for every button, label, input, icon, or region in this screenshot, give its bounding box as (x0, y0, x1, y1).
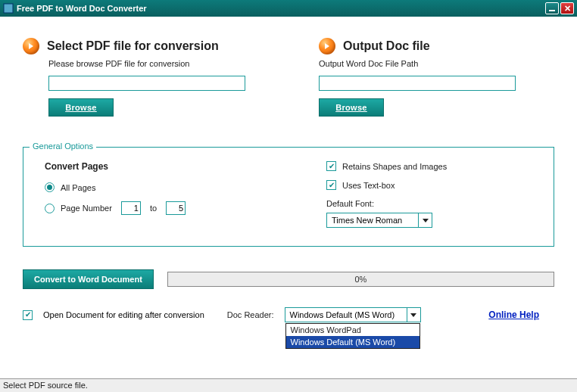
dropdown-item-msword[interactable]: Windows Default (MS Word) (286, 336, 419, 348)
input-heading: Select PDF file for conversion (47, 39, 219, 53)
svg-marker-1 (29, 43, 33, 49)
doc-reader-dropdown: Windows WordPad Windows Default (MS Word… (285, 323, 420, 349)
chevron-down-icon[interactable] (418, 213, 432, 227)
svg-marker-2 (325, 43, 329, 49)
convert-pages-heading: Convert Pages (45, 161, 251, 172)
all-pages-label: All Pages (61, 183, 95, 192)
open-after-checkbox[interactable] (23, 310, 33, 320)
general-options-group: General Options Convert Pages All Pages … (23, 147, 554, 247)
output-sub-label: Output Word Doc File Path (319, 59, 554, 68)
progress-text: 0% (354, 275, 366, 284)
page-to-label: to (150, 204, 157, 213)
output-column: Output Doc file Output Word Doc File Pat… (319, 38, 554, 117)
input-column: Select PDF file for conversion Please br… (23, 38, 258, 117)
input-sub-label: Please browse PDF file for conversion (48, 59, 258, 68)
status-text: Select PDF source file. (3, 381, 88, 390)
browse-pdf-button[interactable]: Browse (48, 98, 114, 117)
doc-reader-label: Doc Reader: (227, 310, 274, 319)
page-from-input[interactable] (121, 201, 141, 215)
close-button[interactable]: ✕ (560, 2, 574, 14)
general-options-legend: General Options (30, 142, 96, 151)
app-icon (3, 3, 14, 14)
doc-reader-value: Windows Default (MS Word) (285, 310, 407, 319)
doc-reader-combo[interactable]: Windows Default (MS Word) Windows WordPa… (285, 307, 421, 322)
all-pages-radio[interactable] (45, 182, 55, 192)
arrow-icon (23, 38, 39, 54)
pdf-path-input[interactable] (48, 76, 245, 91)
doc-path-input[interactable] (319, 76, 516, 91)
progress-bar: 0% (167, 272, 554, 287)
output-heading: Output Doc file (343, 39, 430, 53)
convert-button[interactable]: Convert to Word Document (23, 269, 154, 289)
page-number-label: Page Number (61, 204, 112, 213)
status-bar: Select PDF source file. (0, 378, 577, 392)
uses-textbox-checkbox[interactable] (326, 180, 336, 190)
arrow-icon (319, 38, 335, 54)
online-help-link[interactable]: Online Help (488, 310, 539, 320)
chevron-down-icon[interactable] (407, 308, 420, 322)
page-number-radio[interactable] (45, 204, 55, 213)
retain-shapes-label: Retains Shapes and Images (342, 162, 447, 171)
window-title: Free PDF to Word Doc Converter (17, 4, 544, 13)
page-to-input[interactable] (166, 201, 186, 215)
default-font-value: Times New Roman (327, 216, 418, 225)
browse-doc-button[interactable]: Browse (319, 98, 384, 117)
default-font-combo[interactable]: Times New Roman (326, 213, 432, 228)
content-area: Select PDF file for conversion Please br… (0, 17, 577, 378)
open-after-label: Open Document for editing after conversi… (43, 310, 204, 319)
dropdown-item-wordpad[interactable]: Windows WordPad (286, 324, 419, 336)
title-bar: Free PDF to Word Doc Converter ✕ (0, 0, 577, 17)
svg-rect-0 (4, 4, 13, 13)
uses-textbox-label: Uses Text-box (342, 181, 395, 190)
default-font-label: Default Font: (326, 199, 532, 208)
retain-shapes-checkbox[interactable] (326, 161, 336, 171)
minimize-button[interactable] (545, 2, 559, 14)
